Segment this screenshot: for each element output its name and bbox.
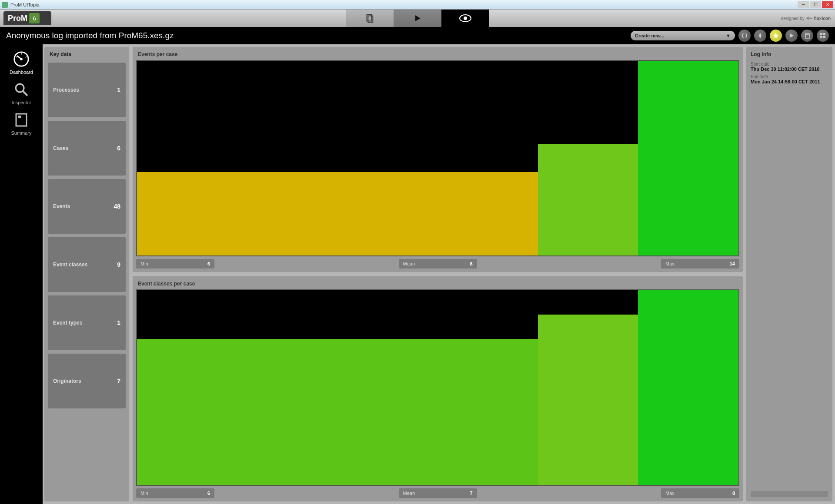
- chart-bar: [137, 339, 538, 485]
- kd-value: 1: [117, 86, 120, 93]
- eye-icon: [459, 14, 471, 22]
- log-info-scrollbar[interactable]: [751, 491, 828, 497]
- chart-canvas: [136, 60, 739, 256]
- stat-mean: Mean 8: [399, 259, 477, 269]
- keydata-panel: Key data Processes 1 Cases 6 Events 48 E…: [44, 47, 129, 501]
- stat-label: Max: [665, 491, 675, 496]
- kd-label: Originators: [53, 378, 81, 384]
- fluxicon-logo-icon: [806, 16, 812, 21]
- chart-title: Events per case: [136, 50, 739, 60]
- dashboard-icon: [13, 50, 30, 68]
- keydata-title: Key data: [48, 50, 126, 59]
- keydata-card-event-classes[interactable]: Event classes 9: [48, 237, 126, 292]
- kd-value: 9: [117, 261, 120, 268]
- nav-inspector[interactable]: Inspector: [4, 81, 39, 105]
- keydata-card-processes[interactable]: Processes 1: [48, 63, 126, 117]
- nav-dashboard-label: Dashboard: [10, 70, 33, 75]
- svg-line-14: [16, 56, 17, 57]
- nav-dashboard[interactable]: Dashboard: [4, 50, 39, 75]
- chart-bar: [538, 315, 638, 485]
- stat-value: 6: [207, 261, 210, 266]
- stat-min: Min 6: [136, 488, 214, 498]
- vendor-name: fluxicon: [814, 16, 831, 21]
- stat-label: Min: [140, 491, 148, 496]
- nav-summary-label: Summary: [11, 130, 31, 136]
- app-icon: [2, 2, 8, 8]
- stat-label: Min: [140, 261, 148, 266]
- svg-rect-9: [823, 36, 825, 38]
- tab-view[interactable]: [441, 10, 489, 27]
- log-end-label: End date: [751, 74, 828, 79]
- kd-value: 6: [117, 145, 120, 152]
- tab-workspace[interactable]: [346, 10, 394, 27]
- inspector-icon: [13, 81, 30, 98]
- svg-line-16: [23, 91, 27, 95]
- chart-title: Event classes per case: [136, 280, 739, 289]
- svg-rect-8: [820, 36, 822, 38]
- stat-max: Max 8: [661, 488, 739, 498]
- favorite-button[interactable]: [770, 30, 782, 42]
- stat-min: Min 6: [136, 259, 214, 269]
- stat-value: 7: [470, 491, 472, 496]
- keydata-card-events[interactable]: Events 48: [48, 179, 126, 234]
- log-start-value: Thu Dec 30 11:02:00 CET 2010: [751, 66, 828, 72]
- svg-rect-4: [805, 34, 809, 38]
- grid-button[interactable]: [817, 30, 829, 42]
- window-minimize-button[interactable]: ─: [798, 1, 809, 8]
- stat-label: Max: [665, 261, 675, 266]
- kd-value: 7: [117, 378, 120, 385]
- logo-text: ProM: [3, 14, 27, 23]
- stat-label: Mean: [403, 491, 415, 496]
- stat-value: 14: [730, 261, 735, 266]
- logo-version: 6: [29, 13, 40, 23]
- svg-point-3: [464, 17, 467, 20]
- tab-actions[interactable]: [394, 10, 441, 27]
- app-logo: ProM 6: [3, 11, 51, 25]
- keydata-card-originators[interactable]: Originators 7: [48, 354, 126, 408]
- delete-button[interactable]: [801, 30, 813, 42]
- kd-label: Event classes: [53, 262, 87, 268]
- nav-summary[interactable]: Summary: [4, 111, 39, 136]
- kd-label: Events: [53, 203, 70, 209]
- kd-value: 1: [117, 319, 120, 326]
- keydata-card-event-types[interactable]: Event types 1: [48, 295, 126, 350]
- svg-line-13: [26, 56, 27, 57]
- workspace-icon: [365, 13, 374, 23]
- window-titlebar: ProM UITopia ─ ☐ ✕: [0, 0, 835, 10]
- window-maximize-button[interactable]: ☐: [810, 1, 821, 8]
- svg-rect-18: [18, 116, 21, 118]
- chevron-down-icon: ▼: [726, 33, 731, 38]
- svg-rect-5: [805, 33, 810, 34]
- chart-event-classes-per-case: Event classes per case Min 6 Mean 7 Max …: [133, 276, 743, 501]
- page-title: Anonymous log imported from ProM65.xes.g…: [6, 31, 174, 40]
- log-end-value: Mon Jan 24 14:56:00 CET 2011: [751, 79, 828, 84]
- chart-bar: [638, 61, 738, 255]
- main-area: Dashboard Inspector Summary Key data Pro…: [0, 44, 835, 504]
- create-new-dropdown[interactable]: Create new... ▼: [631, 31, 735, 40]
- log-start-label: Start date: [751, 62, 828, 66]
- stat-mean: Mean 7: [399, 488, 477, 498]
- chart-bar: [638, 290, 738, 485]
- chart-canvas: [136, 289, 739, 486]
- sub-header: Anonymous log imported from ProM65.xes.g…: [0, 27, 835, 44]
- play-icon: [413, 14, 422, 23]
- vendor-credit: designed by fluxicon: [781, 16, 831, 21]
- stat-value: 8: [732, 491, 735, 496]
- left-nav: Dashboard Inspector Summary: [0, 44, 43, 504]
- run-button[interactable]: [785, 30, 798, 42]
- parentheses-button[interactable]: [738, 30, 751, 42]
- svg-rect-7: [823, 33, 825, 35]
- stat-value: 6: [207, 491, 210, 496]
- log-info-panel: Log info Start date Thu Dec 30 11:02:00 …: [746, 47, 832, 501]
- drop-button[interactable]: [754, 30, 766, 42]
- create-new-label: Create new...: [635, 33, 664, 38]
- kd-label: Processes: [53, 87, 79, 93]
- kd-value: 48: [114, 203, 120, 210]
- keydata-card-cases[interactable]: Cases 6: [48, 121, 126, 176]
- chart-bar: [538, 144, 638, 255]
- kd-label: Event types: [53, 320, 82, 326]
- log-info-title: Log info: [751, 51, 828, 57]
- designed-by-label: designed by: [781, 16, 805, 21]
- nav-inspector-label: Inspector: [11, 100, 31, 105]
- window-close-button[interactable]: ✕: [822, 1, 833, 8]
